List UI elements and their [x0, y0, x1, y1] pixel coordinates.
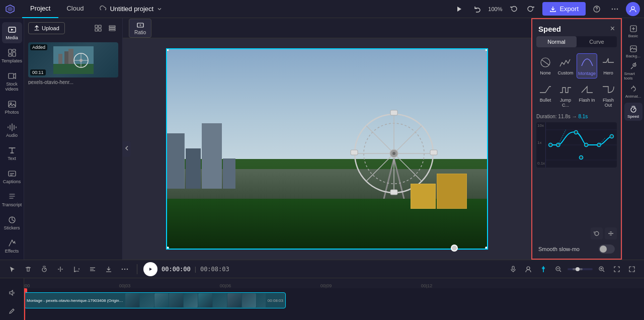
- svg-line-99: [560, 270, 561, 272]
- voiceover-button[interactable]: [522, 263, 534, 275]
- sidebar-item-templates[interactable]: Templates: [2, 45, 22, 66]
- speed-clip-button[interactable]: [38, 263, 50, 275]
- rpanel-speed[interactable]: Speed: [624, 103, 642, 121]
- upload-button[interactable]: Upload: [28, 22, 65, 34]
- hide-panel-button[interactable]: [123, 141, 131, 157]
- ratio-button[interactable]: Ratio: [129, 19, 151, 38]
- speed-preset-bullet[interactable]: Bullet: [536, 81, 554, 110]
- grid-view-button[interactable]: [92, 22, 104, 34]
- total-time: 00:08:03: [200, 266, 229, 273]
- flatten-curve-button[interactable]: [605, 227, 617, 239]
- play-preview-button[interactable]: [452, 2, 466, 16]
- play-button[interactable]: [143, 262, 157, 276]
- split-button[interactable]: [54, 263, 66, 275]
- undo-button[interactable]: [470, 2, 484, 16]
- cursor-tool-button[interactable]: [6, 263, 18, 275]
- basic-icon: [629, 25, 637, 33]
- edit-pen-button[interactable]: [5, 304, 19, 318]
- topbar-tabs: Project Cloud: [22, 0, 92, 18]
- sidebar-item-stock[interactable]: Stock videos: [2, 68, 22, 95]
- svg-point-89: [124, 268, 125, 269]
- export-button[interactable]: Export: [542, 2, 586, 16]
- sidebar-item-photos[interactable]: Photos: [2, 97, 22, 118]
- ratio-icon: [136, 21, 144, 29]
- user-avatar[interactable]: [626, 2, 640, 16]
- speed-preset-none[interactable]: None: [536, 53, 554, 78]
- zoom-control[interactable]: 100%: [488, 2, 502, 16]
- svg-point-5: [612, 8, 613, 9]
- timeline-marker-button[interactable]: [537, 263, 549, 275]
- fit-view-button[interactable]: [611, 263, 623, 275]
- smooth-slowmo-toggle[interactable]: [599, 245, 615, 254]
- tab-project[interactable]: Project: [22, 0, 58, 18]
- speed-preset-montage[interactable]: Montage: [577, 53, 597, 78]
- svg-marker-104: [10, 290, 13, 295]
- rpanel-background[interactable]: Backg...: [624, 42, 642, 60]
- video-clip[interactable]: Montage - pexels-otavio-henrique-1790340…: [24, 292, 286, 308]
- sidebar-item-effects[interactable]: Effects: [2, 235, 22, 257]
- handle-top-left[interactable]: [166, 48, 169, 51]
- tab-cloud[interactable]: Cloud: [58, 0, 92, 18]
- project-name-area[interactable]: Untitled project: [100, 5, 163, 13]
- sidebar-item-stickers[interactable]: Stickers: [2, 212, 22, 233]
- svg-rect-12: [13, 49, 16, 51]
- sidebar-item-transcript[interactable]: Transcript: [2, 189, 22, 210]
- more-options-button[interactable]: [608, 2, 622, 16]
- cloud-icon: [100, 6, 107, 13]
- sidebar-item-text[interactable]: Text: [2, 143, 22, 164]
- svg-rect-31: [109, 28, 115, 29]
- zoom-out-button[interactable]: [552, 263, 565, 275]
- right-panel-tabs: Basic Backg... Smart tools Animat... Spe…: [622, 18, 644, 260]
- align-button[interactable]: [87, 263, 99, 275]
- svg-line-58: [542, 60, 549, 65]
- sidebar-item-captions[interactable]: Captions: [2, 166, 22, 187]
- rpanel-animate[interactable]: Animat...: [624, 83, 642, 101]
- delete-tool-button[interactable]: [22, 263, 34, 275]
- svg-rect-29: [99, 29, 101, 31]
- sidebar-item-audio[interactable]: Audio: [2, 120, 22, 141]
- speed-tab-normal[interactable]: Normal: [536, 36, 577, 47]
- zoom-slider[interactable]: [568, 268, 593, 270]
- topbar: Project Cloud Untitled project 100%: [0, 0, 644, 18]
- svg-rect-26: [95, 25, 98, 28]
- rpanel-smart-tools[interactable]: Smart tools: [624, 62, 642, 81]
- speed-preset-custom[interactable]: Custom: [556, 53, 575, 78]
- microphone-button[interactable]: [507, 263, 519, 275]
- help-button[interactable]: [590, 2, 604, 16]
- svg-point-4: [596, 10, 597, 11]
- reset-curve-button[interactable]: [591, 227, 603, 239]
- speed-tab-curve[interactable]: Curve: [577, 36, 617, 47]
- speed-curve-graph[interactable]: 10x 1x 0.1x: [536, 122, 617, 168]
- handle-top-right[interactable]: [485, 48, 488, 51]
- timeline-ruler-area: 00:00 00:03 00:06 00:09 00:12 Montage - …: [24, 278, 644, 320]
- media-item[interactable]: Added 00:11 pexels-otavio-henr...: [28, 42, 118, 85]
- redo-action-button[interactable]: [524, 2, 538, 16]
- svg-point-94: [527, 267, 530, 270]
- speed-tabs: Normal Curve: [536, 36, 617, 47]
- speed-preset-hero[interactable]: Hero: [599, 53, 617, 78]
- sidebar-item-media[interactable]: Media: [2, 22, 22, 43]
- export-icon: [549, 6, 556, 13]
- more-tools-button[interactable]: [119, 263, 131, 275]
- volume-button[interactable]: [5, 286, 19, 300]
- speed-preset-flash-out[interactable]: Flash Out: [599, 81, 617, 110]
- svg-point-88: [122, 268, 123, 269]
- animate-icon: [629, 85, 637, 93]
- crop-button[interactable]: [70, 263, 83, 275]
- speed-preset-jump[interactable]: Jump C...: [556, 81, 575, 110]
- speed-preset-flash-in[interactable]: Flash In: [577, 81, 597, 110]
- close-speed-panel-button[interactable]: ×: [610, 24, 615, 33]
- stock-videos-icon: [8, 71, 17, 81]
- fullscreen-button[interactable]: [626, 263, 638, 275]
- svg-point-6: [614, 8, 615, 9]
- handle-bottom-right[interactable]: [485, 247, 488, 250]
- download-button[interactable]: [103, 263, 115, 275]
- list-view-button[interactable]: [106, 22, 118, 34]
- undo-action-button[interactable]: [506, 2, 520, 16]
- rpanel-basic[interactable]: Basic: [624, 22, 642, 40]
- zoom-in-button[interactable]: [596, 263, 608, 275]
- media-added-badge: Added: [30, 44, 47, 50]
- video-canvas[interactable]: [166, 48, 488, 250]
- svg-rect-32: [109, 30, 115, 31]
- handle-bottom-left[interactable]: [166, 247, 169, 250]
